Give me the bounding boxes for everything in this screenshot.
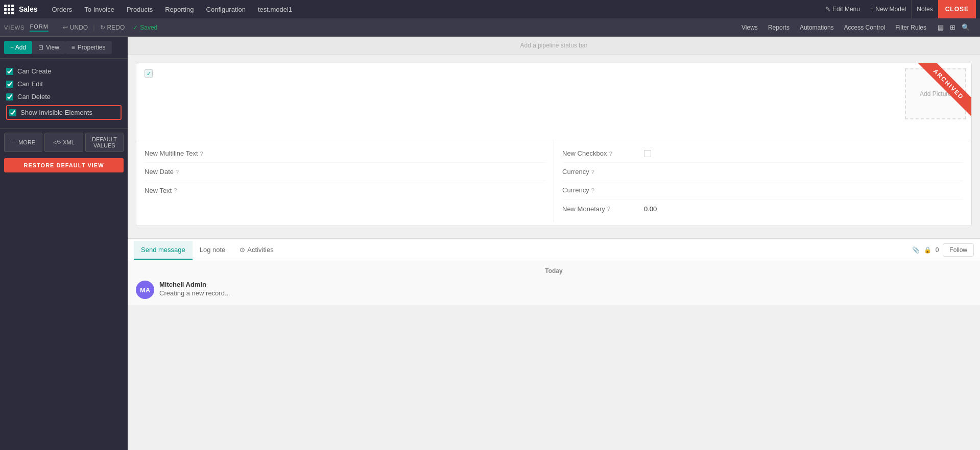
field-label-multiline: New Multiline Text ?: [145, 149, 226, 157]
view-button[interactable]: ⊡ View: [32, 41, 65, 54]
help-icon-monetary[interactable]: ?: [607, 206, 610, 212]
properties-button[interactable]: ≡ Properties: [65, 41, 112, 54]
grid-view-icon[interactable]: ⊞: [948, 21, 958, 33]
redo-button[interactable]: ↻ REDO: [96, 24, 129, 31]
nav-test-model[interactable]: test.model1: [252, 0, 298, 18]
form-col-right: New Checkbox ? Currency ?: [554, 140, 971, 222]
today-label: Today: [136, 267, 972, 274]
message-text: Creating a new record...: [159, 289, 972, 297]
nav-products[interactable]: Products: [121, 0, 159, 18]
field-row-monetary: New Monetary ? 0.00: [562, 199, 963, 218]
edit-menu-button[interactable]: ✎ Edit Menu: [820, 0, 865, 18]
chatter-area: Send message Log note ⊙ Activities 📎 🔒 0…: [128, 238, 980, 305]
chatter-tabs: Send message Log note ⊙ Activities 📎 🔒 0…: [128, 239, 980, 261]
close-button[interactable]: CLOSE: [938, 0, 976, 18]
field-row-currency2: Currency ?: [562, 181, 963, 199]
permissions-section: Can Create Can Edit Can Delete Show Invi…: [0, 59, 128, 129]
bar-reports[interactable]: Reports: [763, 18, 795, 37]
can-delete-checkbox[interactable]: Can Delete: [4, 90, 124, 103]
field-value-monetary[interactable]: 0.00: [644, 205, 963, 213]
form-fields-row: New Multiline Text ? New Date ?: [136, 140, 971, 222]
tab-activities[interactable]: ⊙ Activities: [232, 241, 280, 260]
can-create-checkbox[interactable]: Can Create: [4, 65, 124, 78]
default-values-button[interactable]: DEFAULT VALUES: [85, 133, 124, 152]
redo-icon: ↻: [100, 24, 105, 31]
help-icon-date[interactable]: ?: [176, 169, 179, 175]
field-row-checkbox: New Checkbox ?: [562, 144, 963, 163]
search-icon[interactable]: 🔍: [960, 21, 972, 33]
attachment-icon[interactable]: 📎: [912, 246, 920, 254]
field-value-checkbox[interactable]: [644, 150, 963, 157]
grid-icon: [4, 5, 14, 14]
nav-orders[interactable]: Orders: [46, 0, 79, 18]
sidebar: + Add ⊡ View ≡ Properties Can Create Can…: [0, 37, 128, 450]
pipeline-status-bar[interactable]: Add a pipeline status bar: [128, 37, 980, 55]
bar-filter-rules[interactable]: Filter Rules: [890, 18, 931, 37]
top-navigation: Sales Orders To Invoice Products Reporti…: [0, 0, 980, 18]
message-content: Mitchell Admin Creating a new record...: [159, 281, 972, 297]
add-picture-button[interactable]: Add Picture: [905, 68, 966, 119]
avatar-initials: MA: [140, 286, 150, 294]
chatter-body: Today MA Mitchell Admin Creating a new r…: [128, 261, 980, 305]
bar-automations[interactable]: Automations: [795, 18, 839, 37]
check-icon: ✓: [133, 24, 138, 31]
message-author: Mitchell Admin: [159, 281, 972, 288]
bar-access-control[interactable]: Access Control: [839, 18, 891, 37]
restore-default-view-button[interactable]: RESTORE DEFAULT VIEW: [4, 158, 124, 172]
help-icon-currency2[interactable]: ?: [591, 187, 594, 193]
follow-button[interactable]: Follow: [943, 243, 974, 257]
can-edit-checkbox[interactable]: Can Edit: [4, 78, 124, 90]
field-row-date: New Date ?: [145, 163, 545, 181]
form-col-left: New Multiline Text ? New Date ?: [136, 140, 554, 222]
field-label-checkbox: New Checkbox ?: [562, 149, 644, 157]
new-model-button[interactable]: + New Model: [865, 0, 911, 18]
xml-icon: </>: [53, 139, 63, 145]
add-button[interactable]: + Add: [4, 41, 32, 54]
brand-name: Sales: [19, 5, 38, 13]
form-card-top: [136, 63, 971, 84]
avatar: MA: [136, 281, 154, 299]
field-label-date: New Date ?: [145, 168, 226, 176]
main-layout: + Add ⊡ View ≡ Properties Can Create Can…: [0, 37, 980, 450]
form-card: Add Picture ARCHIVED New Multiline Text …: [136, 63, 972, 226]
more-button[interactable]: ⋯ MORE: [4, 133, 42, 152]
second-toolbar: VIEWS FORM ↩ UNDO | ↻ REDO ✓ Saved Views…: [0, 18, 980, 37]
xml-button[interactable]: </> XML: [44, 133, 83, 152]
record-checkbox[interactable]: [145, 69, 153, 78]
nav-to-invoice[interactable]: To Invoice: [78, 0, 121, 18]
field-label-currency2: Currency ?: [562, 186, 644, 194]
bar-views[interactable]: Views: [736, 18, 763, 37]
nav-configuration[interactable]: Configuration: [200, 0, 252, 18]
lock-icon[interactable]: 🔒: [924, 246, 931, 254]
brand-logo[interactable]: Sales: [4, 5, 38, 14]
undo-button[interactable]: ↩ UNDO: [59, 24, 92, 31]
help-icon-text[interactable]: ?: [174, 187, 177, 193]
form-wrapper: Add Picture ARCHIVED New Multiline Text …: [128, 55, 980, 234]
properties-icon: ≡: [71, 44, 75, 51]
help-icon-multiline[interactable]: ?: [200, 151, 203, 157]
tab-send-message[interactable]: Send message: [134, 241, 193, 260]
sidebar-action-buttons: ⋯ MORE </> XML DEFAULT VALUES: [0, 129, 128, 156]
views-label: VIEWS: [4, 24, 25, 31]
field-label-text: New Text ?: [145, 187, 226, 194]
message-row: MA Mitchell Admin Creating a new record.…: [136, 281, 972, 299]
tab-log-note[interactable]: Log note: [193, 241, 233, 260]
lock-count: 0: [936, 246, 939, 254]
chatter-right-actions: 📎 🔒 0 Follow: [912, 239, 974, 261]
more-icon: ⋯: [11, 139, 18, 145]
help-icon-currency1[interactable]: ?: [591, 169, 594, 175]
sidebar-top-buttons: + Add ⊡ View ≡ Properties: [0, 37, 128, 59]
separator: |: [93, 23, 94, 31]
content-area: Add a pipeline status bar Add Picture AR…: [128, 37, 980, 450]
activities-icon: ⊙: [240, 246, 245, 254]
help-icon-checkbox[interactable]: ?: [609, 151, 612, 157]
pencil-icon: ✎: [825, 6, 830, 13]
notes-button[interactable]: Notes: [911, 0, 938, 18]
saved-badge: ✓ Saved: [133, 24, 157, 31]
list-view-icon[interactable]: ▤: [936, 21, 946, 33]
field-row-text: New Text ?: [145, 181, 545, 199]
checkbox-input[interactable]: [644, 150, 651, 157]
show-invisible-checkbox[interactable]: Show Invisible Elements: [6, 105, 122, 120]
form-label: FORM: [30, 23, 48, 32]
nav-reporting[interactable]: Reporting: [159, 0, 200, 18]
